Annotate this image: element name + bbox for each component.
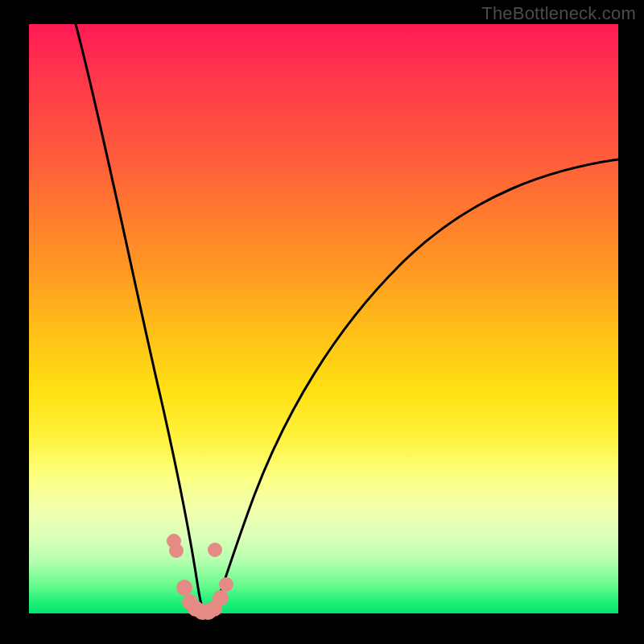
- curve-left-branch: [76, 24, 203, 610]
- dot: [208, 543, 222, 557]
- dot: [219, 577, 233, 592]
- valley-dots: [167, 534, 233, 620]
- dot: [169, 543, 184, 558]
- dot: [213, 590, 229, 606]
- chart-frame: TheBottleneck.com: [0, 0, 644, 644]
- watermark-text: TheBottleneck.com: [481, 3, 636, 24]
- plot-area: [29, 24, 618, 613]
- curve-right-branch: [213, 159, 618, 610]
- curves-svg: [29, 24, 618, 613]
- dot: [176, 580, 192, 596]
